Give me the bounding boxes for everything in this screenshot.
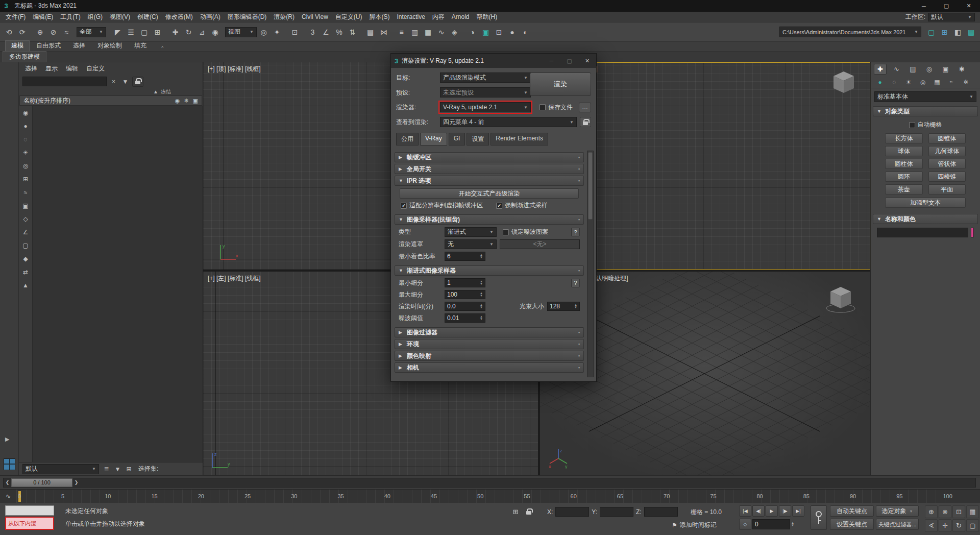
render-production-icon[interactable]: ● bbox=[506, 26, 519, 38]
ray-bundle-field[interactable]: 128▲▼ bbox=[547, 302, 580, 311]
go-to-end-icon[interactable]: ▶| bbox=[792, 505, 804, 517]
angle-snap-icon[interactable]: ∠ bbox=[320, 26, 332, 38]
settings-tab[interactable]: Render Elements bbox=[491, 133, 548, 145]
display-influences-icon[interactable]: ◉ bbox=[21, 108, 30, 117]
menu-item[interactable]: 内容 bbox=[429, 13, 448, 21]
min-shading-rate-field[interactable]: 6▲▼ bbox=[445, 252, 485, 261]
render-time-field[interactable]: 0.0▲▼ bbox=[445, 302, 485, 311]
bind-to-space-warp-icon[interactable]: ≈ bbox=[60, 26, 73, 38]
display-xrefs-icon[interactable]: ◇ bbox=[21, 214, 30, 224]
spinner-arrows-icon[interactable]: ▲▼ bbox=[480, 315, 483, 321]
primitive-button[interactable]: 球体 bbox=[885, 146, 923, 156]
menu-item[interactable]: 工具(T) bbox=[57, 13, 84, 21]
pan-icon[interactable]: ✛ bbox=[939, 519, 951, 532]
search-filter-icon[interactable]: ▼ bbox=[120, 77, 130, 86]
display-containers-icon[interactable]: ▢ bbox=[21, 241, 30, 250]
object-color-swatch[interactable] bbox=[971, 228, 974, 237]
pick-parent-icon[interactable]: ▲ bbox=[21, 281, 30, 290]
shapes-category-icon[interactable]: ◌ bbox=[889, 78, 899, 87]
menu-item[interactable]: 动画(A) bbox=[197, 13, 224, 21]
previous-frame-icon[interactable]: ◀| bbox=[752, 505, 765, 517]
browse-save-file-button[interactable]: … bbox=[579, 103, 591, 112]
window-crossing-icon[interactable]: ⊞ bbox=[151, 26, 164, 38]
viewport-top-label[interactable]: [+] [顶] [标准] [线框] bbox=[208, 65, 261, 74]
key-filters-button[interactable]: 关键点过滤器... bbox=[876, 519, 919, 530]
explorer-menu-item[interactable]: 编辑 bbox=[66, 64, 78, 73]
selection-region-icon[interactable]: ▢ bbox=[138, 26, 151, 38]
field-of-view-icon[interactable]: ∢ bbox=[925, 519, 938, 532]
next-frame-arrow-icon[interactable]: ❯ bbox=[72, 478, 80, 487]
spinner-snap-icon[interactable]: ⇅ bbox=[346, 26, 359, 38]
viewcube[interactable] bbox=[829, 68, 858, 97]
spinner-arrows-icon[interactable]: ▲▼ bbox=[480, 304, 483, 309]
percent-snap-icon[interactable]: % bbox=[333, 26, 346, 38]
sampler-type-dropdown[interactable]: 渐进式 bbox=[445, 227, 497, 237]
render-iterative-icon[interactable]: ◐ bbox=[519, 26, 532, 38]
set-keys-button[interactable] bbox=[811, 505, 827, 530]
max-subdivs-field[interactable]: 100▲▼ bbox=[445, 290, 485, 299]
keyboard-override-icon[interactable]: ⊡ bbox=[288, 26, 301, 38]
start-interactive-render-button[interactable]: 开始交互式产品级渲染 bbox=[400, 188, 579, 199]
ribbon-tab[interactable]: 建模 bbox=[5, 40, 30, 51]
ribbon-collapse-icon[interactable]: ⌃ bbox=[157, 45, 167, 51]
selected-objects-dropdown[interactable]: 选定对象▼ bbox=[876, 505, 919, 517]
cameras-category-icon[interactable]: ◎ bbox=[918, 78, 928, 87]
undo-icon[interactable]: ⟲ bbox=[3, 26, 15, 38]
x-coordinate-field[interactable] bbox=[555, 507, 589, 517]
isolate-selection-icon[interactable]: ⊞ bbox=[510, 506, 521, 517]
display-materials-icon[interactable]: ◆ bbox=[21, 254, 30, 263]
name-color-rollout[interactable]: 名称和颜色 bbox=[873, 214, 978, 224]
primitive-button[interactable]: 圆锥体 bbox=[928, 133, 966, 143]
renderer-dropdown[interactable]: V-Ray 5, update 2.1 bbox=[440, 102, 531, 112]
unlink-selection-icon[interactable]: ⊘ bbox=[47, 26, 60, 38]
select-object-icon[interactable]: ◤ bbox=[111, 26, 124, 38]
frozen-column-icon[interactable]: ❄ bbox=[184, 98, 188, 104]
object-type-rollout[interactable]: 对象类型 bbox=[873, 106, 978, 116]
primitive-button[interactable]: 圆柱体 bbox=[885, 159, 923, 169]
spinner-arrows-icon[interactable]: ▲▼ bbox=[480, 254, 483, 259]
menu-item[interactable]: Interactive bbox=[393, 13, 428, 20]
explorer-save-icon[interactable]: ▼ bbox=[113, 464, 122, 474]
explorer-menu-item[interactable]: 显示 bbox=[45, 64, 58, 73]
y-coordinate-field[interactable] bbox=[600, 507, 633, 517]
lights-category-icon[interactable]: ☀ bbox=[903, 78, 914, 87]
primitive-button[interactable]: 平面 bbox=[928, 184, 966, 194]
menu-item[interactable]: 文件(F) bbox=[2, 13, 29, 21]
scene-object-list[interactable] bbox=[33, 106, 203, 462]
image-sampler-rollout[interactable]: 图像采样器(抗锯齿) bbox=[395, 214, 584, 225]
display-lights-icon[interactable]: ☀ bbox=[21, 148, 30, 157]
spinner-arrows-icon[interactable]: ▲▼ bbox=[480, 280, 483, 285]
zoom-extents-all-icon[interactable]: ▦ bbox=[966, 505, 979, 518]
menu-item[interactable]: 修改器(M) bbox=[162, 13, 197, 21]
noise-threshold-field[interactable]: 0.01▲▼ bbox=[445, 313, 485, 323]
help-button[interactable]: ? bbox=[571, 228, 580, 236]
primitive-button[interactable]: 长方体 bbox=[885, 133, 923, 143]
display-shapes-icon[interactable]: ◌ bbox=[21, 135, 30, 144]
primitive-button[interactable]: 四棱锥 bbox=[928, 172, 966, 182]
display-tab-icon[interactable]: ▣ bbox=[939, 64, 952, 75]
spinner-arrows-icon[interactable]: ▲▼ bbox=[574, 304, 577, 309]
hierarchy-tab-icon[interactable]: ▤ bbox=[906, 64, 919, 75]
dialog-close-button[interactable]: ✕ bbox=[578, 54, 596, 68]
panel-tool-icon-2[interactable]: ⊞ bbox=[938, 26, 951, 38]
panel-tool-icon-4[interactable]: ▤ bbox=[965, 26, 977, 38]
menu-item[interactable]: 编辑(E) bbox=[29, 13, 57, 21]
layer-explorer-icon[interactable]: ▥ bbox=[408, 26, 421, 38]
lock-view-button[interactable] bbox=[580, 117, 591, 127]
image-filter-rollout[interactable]: 图像过滤器 bbox=[395, 327, 584, 337]
viewport-layout-tab-icon[interactable] bbox=[4, 458, 15, 470]
mini-curve-editor-icon[interactable]: ∿ bbox=[0, 493, 16, 500]
scrollbar-thumb[interactable] bbox=[588, 152, 593, 220]
autogrid-checkbox[interactable]: 自动栅格 bbox=[909, 120, 942, 129]
object-name-input[interactable] bbox=[877, 228, 968, 237]
menu-item[interactable]: 帮助(H) bbox=[473, 13, 501, 21]
selection-filter-dropdown[interactable]: 全部 bbox=[77, 27, 106, 37]
frame-buffer-rollout[interactable]: 帧缓冲区 bbox=[395, 152, 584, 162]
play-icon[interactable]: ▶ bbox=[766, 505, 778, 517]
previous-frame-arrow-icon[interactable]: ❮ bbox=[4, 478, 11, 487]
select-and-move-icon[interactable]: ✚ bbox=[169, 26, 182, 38]
use-pivot-center-icon[interactable]: ◎ bbox=[257, 26, 270, 38]
dialog-maximize-button[interactable]: ▢ bbox=[560, 54, 578, 68]
project-folder-dropdown[interactable]: C:\Users\Administrator\Documents\3ds Max… bbox=[779, 27, 921, 37]
maximize-button[interactable]: ▢ bbox=[935, 0, 958, 12]
